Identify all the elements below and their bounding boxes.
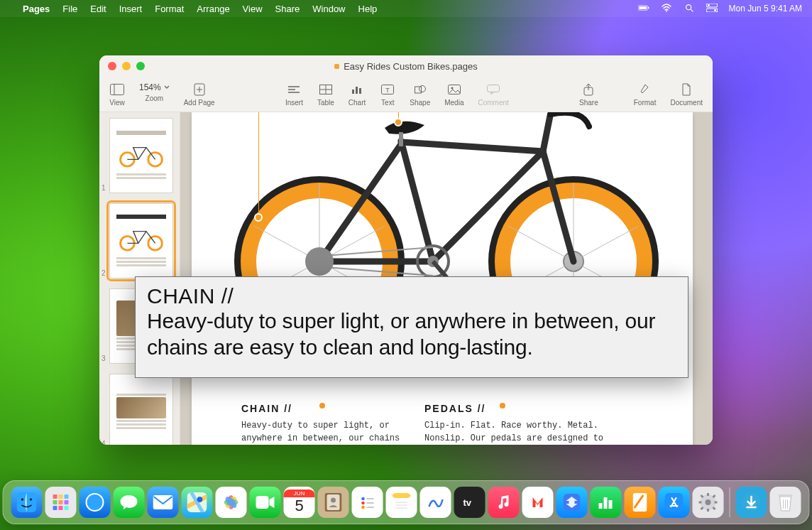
svg-point-60 — [305, 247, 334, 276]
menu-insert[interactable]: Insert — [119, 4, 143, 14]
dock-trash-icon[interactable] — [770, 487, 801, 518]
dock-launchpad-icon[interactable] — [45, 487, 77, 518]
window-title: Easy Rides Custom Bikes.pages — [334, 61, 478, 72]
control-center-icon[interactable] — [706, 4, 718, 14]
dock-news-icon[interactable] — [522, 487, 554, 518]
menu-arrange[interactable]: Arrange — [197, 4, 229, 14]
wifi-status-icon[interactable] — [661, 4, 672, 14]
insert-icon — [286, 82, 302, 97]
dock-appstore-icon[interactable] — [659, 487, 690, 518]
menu-format[interactable]: Format — [155, 4, 184, 14]
dock-safari-icon[interactable] — [79, 487, 111, 518]
page-thumbnail[interactable]: 4 — [106, 374, 172, 445]
toolbar-media-button[interactable]: Media — [444, 82, 463, 107]
toolbar-comment-button: Comment — [478, 82, 508, 107]
svg-rect-102 — [604, 497, 608, 509]
window-titlebar[interactable]: Easy Rides Custom Bikes.pages — [99, 55, 713, 77]
page-thumbnail[interactable]: 1 — [106, 118, 172, 193]
dock-separator — [730, 487, 730, 517]
textbox-icon: T — [380, 82, 395, 97]
chevron-down-icon — [164, 85, 170, 89]
dock-reminders-icon[interactable] — [352, 487, 383, 518]
svg-line-113 — [713, 507, 715, 509]
menu-help[interactable]: Help — [358, 4, 378, 14]
svg-rect-65 — [59, 494, 63, 499]
spotlight-icon[interactable] — [684, 4, 695, 14]
svg-rect-68 — [59, 500, 63, 504]
menu-file[interactable]: File — [62, 4, 77, 14]
dock-mail-icon[interactable] — [148, 487, 179, 518]
window-zoom-button[interactable] — [136, 62, 145, 70]
chain-section[interactable]: CHAIN // Heavy-duty to super light, or a… — [241, 401, 412, 445]
macos-dock: JUN5 tv — [3, 480, 810, 524]
dock-maps-icon[interactable] — [182, 487, 213, 518]
svg-line-114 — [713, 495, 715, 497]
svg-point-84 — [331, 498, 336, 503]
dock-music-icon[interactable] — [488, 487, 520, 518]
dock-freeform-icon[interactable] — [420, 487, 451, 518]
dock-calendar-icon[interactable]: JUN5 — [284, 487, 315, 518]
toolbar-zoom-dropdown[interactable]: 154% Zoom — [139, 82, 170, 102]
toolbar-chart-button[interactable]: Chart — [349, 82, 366, 107]
dock-facetime-icon[interactable] — [250, 487, 281, 518]
magnified-title: CHAIN // — [147, 284, 676, 308]
svg-rect-30 — [488, 85, 500, 92]
svg-point-27 — [419, 85, 425, 92]
battery-status-icon[interactable] — [638, 4, 649, 14]
svg-rect-26 — [415, 87, 421, 93]
toolbar-format-button[interactable]: Format — [634, 82, 657, 107]
menu-edit[interactable]: Edit — [90, 4, 106, 14]
toolbar-shape-button[interactable]: Shape — [410, 82, 430, 107]
menu-view[interactable]: View — [243, 4, 263, 14]
svg-point-63 — [30, 498, 32, 500]
pages-toolbar: View 154% Zoom Add Page Insert Table — [99, 77, 713, 112]
svg-rect-21 — [352, 90, 354, 94]
dock-shortcut-icon[interactable] — [556, 487, 588, 518]
dock-pages-icon[interactable] — [625, 487, 656, 518]
svg-point-107 — [706, 499, 711, 505]
add-page-icon — [192, 82, 207, 97]
svg-rect-81 — [256, 496, 269, 509]
svg-rect-22 — [356, 87, 358, 94]
window-close-button[interactable] — [108, 62, 116, 70]
chain-body-text: Heavy-duty to super light, or anywhere i… — [241, 420, 412, 445]
svg-line-112 — [701, 495, 703, 497]
svg-rect-69 — [65, 500, 69, 504]
dock-downloads-icon[interactable] — [736, 487, 767, 518]
toolbar-table-button[interactable]: Table — [317, 82, 334, 107]
svg-line-50 — [574, 226, 639, 261]
toolbar-add-page-button[interactable]: Add Page — [184, 82, 215, 107]
svg-rect-10 — [111, 84, 124, 94]
toolbar-share-button[interactable]: Share — [579, 82, 598, 107]
menu-share[interactable]: Share — [275, 4, 300, 14]
dock-numbers-icon[interactable] — [591, 487, 622, 518]
dock-contacts-icon[interactable] — [318, 487, 349, 518]
app-menu[interactable]: Pages — [23, 4, 50, 14]
pages-app-window: Easy Rides Custom Bikes.pages View 154% … — [99, 55, 713, 445]
callout-dot — [394, 118, 402, 126]
svg-point-88 — [361, 506, 365, 509]
svg-text:tv: tv — [463, 497, 472, 508]
toolbar-document-button[interactable]: Document — [670, 82, 703, 107]
svg-point-7 — [708, 4, 710, 6]
svg-rect-70 — [53, 506, 57, 510]
pedals-section[interactable]: PEDALS // Clip-in. Flat. Race worthy. Me… — [424, 401, 609, 445]
zoom-value: 154% — [139, 82, 161, 92]
toolbar-view-button[interactable]: View — [109, 82, 125, 107]
menu-window[interactable]: Window — [312, 4, 345, 14]
view-sidebar-icon — [109, 82, 125, 97]
dock-messages-icon[interactable] — [114, 487, 145, 518]
toolbar-text-button[interactable]: T Text — [380, 82, 395, 107]
toolbar-insert-button[interactable]: Insert — [285, 82, 303, 107]
dock-photos-icon[interactable] — [216, 487, 247, 518]
comment-icon — [485, 82, 501, 97]
page-thumbnail[interactable]: 2 — [106, 203, 172, 278]
dock-system-settings-icon[interactable] — [693, 487, 724, 518]
table-icon — [318, 82, 334, 97]
dock-notes-icon[interactable] — [386, 487, 417, 518]
pedals-body-text: Clip-in. Flat. Race worthy. Metal. Nonsl… — [424, 420, 609, 445]
dock-tv-icon[interactable]: tv — [454, 487, 485, 518]
window-minimize-button[interactable] — [122, 62, 131, 70]
dock-finder-icon[interactable] — [11, 487, 43, 518]
menubar-clock[interactable]: Mon Jun 5 9:41 AM — [729, 4, 802, 13]
